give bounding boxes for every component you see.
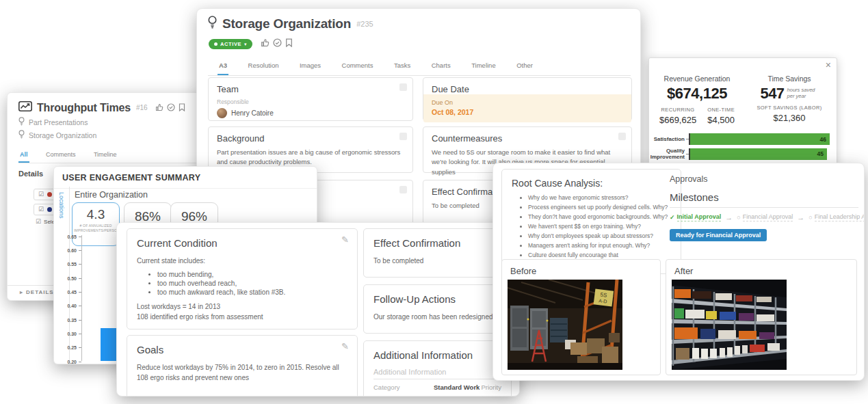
card-handle[interactable] (399, 83, 407, 91)
line-chart-icon (18, 101, 32, 114)
card-handle[interactable] (399, 133, 407, 140)
card-title: Effect Confirmation (373, 237, 501, 249)
field-label: Responsible (217, 98, 404, 105)
thumbs-up-icon[interactable] (261, 38, 269, 50)
bookmark-icon[interactable] (285, 38, 293, 50)
milestone-initial-approval[interactable]: ✓ Initial Approval (670, 213, 721, 221)
lightbulb-icon (18, 117, 25, 127)
checkbox-icon[interactable]: ☑ (38, 206, 44, 213)
one-time-value: $4,500 (707, 115, 735, 125)
condition-list: too much bending,too much overhead reach… (137, 271, 347, 296)
card-text: Part presentation issues are a big cause… (217, 148, 404, 167)
triangle-icon: ▸ (20, 289, 23, 295)
scope-label: Entire Organization (75, 190, 148, 200)
window-title: Storage Organization (222, 16, 351, 31)
root-cause-list: Why do we have ergonomic stressors?Proce… (512, 194, 671, 259)
milestone-label: Final Leadership Approval (815, 213, 865, 221)
circle-icon: ○ (808, 214, 812, 221)
checkbox-icon[interactable]: ☑ (38, 191, 44, 198)
series-dot-red (47, 192, 52, 197)
check-icon: ✓ (670, 214, 675, 221)
panel-title: USER ENGAGEMENT SUMMARY (54, 167, 317, 189)
card-title: Goals (137, 344, 347, 355)
milestone-financial-approval[interactable]: ○ Financial Approval (737, 213, 793, 221)
bar-category-label: Quality Improvement (649, 148, 685, 160)
card-title: Root Cause Analysis: (512, 178, 671, 189)
parent-link[interactable]: Part Presentations (18, 117, 196, 127)
checkbox-icon: ☑ (36, 219, 41, 225)
revenue-title: Revenue Generation (649, 75, 745, 83)
one-time-label: ONE-TIME (707, 107, 735, 113)
avatar (217, 108, 227, 118)
card-handle[interactable] (618, 133, 626, 140)
category-label: Category (373, 383, 434, 391)
after-photo[interactable] (672, 280, 787, 370)
field-label: Due On (432, 99, 623, 106)
card-title: Due Date (423, 78, 631, 94)
circle-icon: ○ (737, 214, 740, 221)
milestone-final-leadership-approval[interactable]: ○ Final Leadership Approval (808, 213, 865, 221)
impact-summary-panel: × Revenue Generation $674,125 RECURRING … (648, 57, 837, 175)
bar-row-satisfaction: Satisfaction 46 (649, 133, 837, 145)
card-handle[interactable] (399, 186, 407, 193)
tab-bar: All Comments Timeline (18, 147, 196, 163)
edit-pencil-icon[interactable]: ✎ (341, 235, 349, 244)
item-id: #235 (356, 20, 373, 28)
divider (670, 207, 858, 208)
parent-link[interactable]: Storage Organization (18, 130, 196, 140)
after-heading: After (666, 260, 856, 278)
arrow-right-icon: → (797, 213, 804, 221)
person-name: Henry Catoire (231, 109, 274, 117)
time-savings-unit: hours saved per year (787, 87, 819, 99)
card-title: Team (209, 78, 412, 94)
lightbulb-icon (208, 16, 217, 32)
quality-improvement-bar: 45 (690, 148, 827, 160)
before-photo[interactable]: 5S A-D (508, 280, 622, 370)
team-card: Team Responsible Henry Catoire (208, 77, 413, 121)
category-value: Standard Work (434, 383, 479, 391)
milestone-steps: ✓ Initial Approval → ○ Financial Approva… (670, 213, 858, 221)
card-title: Countermeasures (423, 127, 631, 144)
effect-text: To be completed (373, 256, 501, 266)
impact-bar-chart: Satisfaction 46 Quality Improvement 45 (649, 133, 837, 163)
parent-label: Part Presentations (29, 118, 88, 126)
before-card: Before 5S A-D (501, 259, 661, 375)
intro-text: Current state includes: (137, 256, 347, 266)
tab-comments[interactable]: Comments (44, 151, 77, 161)
ready-for-financial-approval-button[interactable]: Ready for Financial Approval (670, 229, 767, 241)
goals-card: ✎ Goals Reduce lost workdays by 75% in 2… (127, 335, 358, 396)
approvals-heading: Approvals (670, 174, 858, 184)
milestone-label: Financial Approval (743, 213, 793, 221)
goals-text: Reduce lost workdays by 75% in 2014, to … (137, 362, 347, 383)
analysis-window: Root Cause Analysis: Why do we have ergo… (492, 163, 865, 381)
bar-value: 46 (820, 136, 826, 143)
locations-tab[interactable]: Locations (58, 192, 65, 219)
card-title: Additional Information (373, 349, 501, 361)
soft-savings-value: $21,360 (757, 113, 821, 123)
bookmark-icon[interactable] (179, 102, 185, 114)
section-label: Additional Information (373, 368, 501, 379)
thumbs-up-icon[interactable] (155, 102, 163, 114)
tab-timeline[interactable]: Timeline (92, 151, 118, 161)
current-condition-card: ✎ Current Condition Current state includ… (127, 228, 358, 329)
time-savings-title: Time Savings (745, 75, 834, 83)
status-label: ACTIVE (220, 41, 241, 47)
revenue-total: $674,125 (649, 85, 745, 103)
recurring-label: RECURRING (659, 107, 696, 113)
follow-up-actions-card: Follow-Up Actions Our storage room has b… (363, 284, 512, 334)
a3-detail-window: ✎ Current Condition Current state includ… (116, 222, 520, 396)
check-circle-icon[interactable] (167, 102, 175, 114)
tab-all[interactable]: All (18, 151, 29, 163)
responsible-person[interactable]: Henry Catoire (217, 108, 404, 118)
y-axis-line (81, 235, 82, 361)
check-circle-icon[interactable] (273, 38, 282, 50)
due-date-value: Oct 08, 2017 (432, 108, 623, 116)
close-icon[interactable]: × (826, 59, 831, 70)
bar-row-quality: Quality Improvement 45 (649, 148, 837, 160)
status-badge[interactable]: ACTIVE ▾ (209, 39, 252, 49)
status-dot-icon (214, 42, 218, 46)
card-title: Follow-Up Actions (373, 293, 501, 305)
bar-category-label: Satisfaction (649, 136, 685, 142)
edit-pencil-icon[interactable]: ✎ (341, 342, 349, 351)
additional-information-card: Additional Information Additional Inform… (363, 340, 512, 396)
